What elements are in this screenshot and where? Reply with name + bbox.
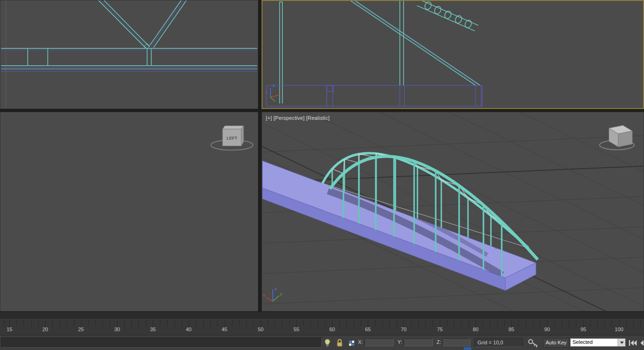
coord-z-label: Z: xyxy=(437,339,441,345)
top-right-wireframe: z x xyxy=(262,1,643,108)
svg-text:x: x xyxy=(265,90,267,94)
bridge-side-wireframe[interactable] xyxy=(279,1,480,103)
ruler-label: 80 xyxy=(473,327,478,332)
go-to-start-button[interactable] xyxy=(628,338,638,348)
grid-size-status: Grid = 10,0 xyxy=(474,338,523,347)
viewcube-left[interactable]: LEFT xyxy=(211,126,253,150)
truss-beam-wireframe[interactable] xyxy=(1,0,257,69)
viewport-perspective[interactable]: [+] [Perspective] [Realistic] xyxy=(262,112,644,311)
ruler-label: 60 xyxy=(329,327,335,332)
viewcube-left-label[interactable]: LEFT xyxy=(227,136,238,140)
ruler-label: 95 xyxy=(580,327,586,332)
ruler-label: 70 xyxy=(401,327,406,332)
track-bar[interactable] xyxy=(0,311,644,318)
ruler-label: 55 xyxy=(294,327,299,332)
ruler-label: 100 xyxy=(615,327,623,332)
svg-text:y: y xyxy=(280,292,282,296)
ruler-label: 90 xyxy=(544,327,550,332)
ruler-label: 15 xyxy=(7,327,12,332)
dropdown-arrow-icon[interactable] xyxy=(618,339,625,346)
bridge-model[interactable] xyxy=(262,153,538,290)
ruler-label: 35 xyxy=(150,327,156,332)
ruler-label: 75 xyxy=(437,327,443,332)
ruler-label: 40 xyxy=(186,327,191,332)
absolute-mode-grid-icon[interactable] xyxy=(347,338,357,348)
world-axis-tripod-icon: z x y xyxy=(263,287,282,301)
svg-text:x: x xyxy=(263,293,265,297)
truss-beam-spline-overlay xyxy=(1,0,257,71)
frame-tick-marks xyxy=(0,320,644,327)
ruler-label: 65 xyxy=(365,327,371,332)
viewport-top-left[interactable] xyxy=(0,0,258,109)
selection-set-value: Selected xyxy=(572,339,593,345)
axis-tripod-icon: z x xyxy=(265,83,279,101)
left-view-content: LEFT xyxy=(0,112,258,311)
ruler-label: 30 xyxy=(114,327,120,332)
ruler-label: 45 xyxy=(222,327,227,332)
coord-y-field[interactable] xyxy=(404,338,433,346)
auto-key-button[interactable]: Auto Key xyxy=(543,338,569,348)
coord-z-field[interactable] xyxy=(442,338,470,346)
viewport-area: z x LEFT [+] [Perspective] [Realistic] xyxy=(0,0,644,311)
status-bar: X: Y: Z: Grid = 10,0 Auto Key Selected xyxy=(0,335,644,350)
viewport-top-right[interactable]: z x xyxy=(262,0,644,109)
previous-frame-button-partial[interactable] xyxy=(640,338,644,348)
coord-x-field[interactable] xyxy=(365,338,394,346)
light-bulb-icon[interactable] xyxy=(323,338,332,348)
viewport-left-ortho[interactable]: LEFT xyxy=(0,112,258,311)
svg-text:z: z xyxy=(273,83,275,88)
coord-y-label: Y: xyxy=(398,339,402,345)
prompt-line xyxy=(1,337,322,348)
ruler-label: 25 xyxy=(78,327,84,332)
selection-lock-icon[interactable] xyxy=(335,338,344,348)
selection-set-dropdown[interactable]: Selected xyxy=(570,338,626,347)
ruler-label: 85 xyxy=(509,327,514,332)
top-left-wireframe xyxy=(0,0,258,109)
perspective-scene: z x y xyxy=(262,112,644,311)
viewport-label[interactable]: [+] [Perspective] [Realistic] xyxy=(266,115,330,121)
svg-text:z: z xyxy=(275,287,277,291)
time-ruler[interactable]: 15 20 25 30 35 40 45 50 55 60 65 70 75 8… xyxy=(0,318,644,335)
ruler-label: 50 xyxy=(258,327,263,332)
coord-x-label: X: xyxy=(358,339,363,345)
set-key-icon[interactable] xyxy=(527,338,540,348)
partial-popup-indicator xyxy=(464,347,471,350)
ruler-label: 20 xyxy=(42,327,48,332)
